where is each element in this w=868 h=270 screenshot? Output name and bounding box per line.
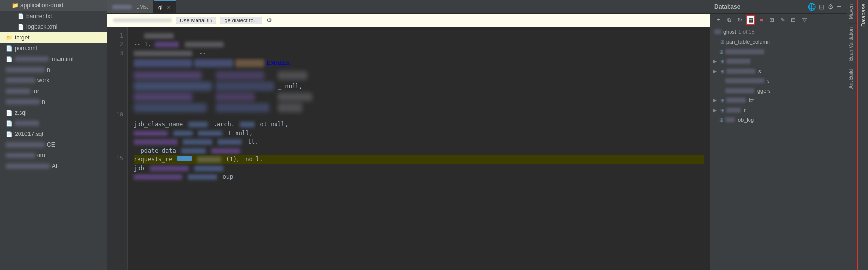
db-host-info: ghost 1 of 18 (710, 26, 847, 37)
collapse-button[interactable]: ⊟ (789, 15, 798, 25)
blurred-tab-label (112, 5, 132, 9)
sidebar-item-banner[interactable]: 📄 banner.txt (0, 11, 107, 21)
blurred-label (6, 164, 50, 169)
code-line-1: -- (134, 31, 704, 40)
far-right-database-tab[interactable]: Database (857, 0, 868, 270)
minimize-icon[interactable]: − (837, 2, 841, 11)
table-icon: ⊞ (720, 39, 724, 45)
blurred-label (6, 99, 40, 104)
sidebar-item-n[interactable]: n (0, 64, 107, 75)
panel-toolbar: + ⧉ ↻ ▦ ■ ⊞ ✎ ⊟ ▽ (710, 14, 847, 26)
tab-ms[interactable]: ...Ms. (107, 0, 154, 13)
code-line-3: -- (134, 49, 704, 58)
table-icon: ⊞ (719, 49, 723, 55)
code-line-16: oup (134, 173, 704, 181)
add-button[interactable]: + (713, 15, 723, 25)
panel-header: Database 🌐 ⊟ ⚙ − (710, 0, 847, 14)
stop-button[interactable]: ■ (756, 15, 766, 25)
far-right-label: Database (859, 0, 867, 31)
sidebar-item-n2[interactable]: n (0, 96, 107, 107)
db-item-ob-log[interactable]: ⊞ ob_log (710, 115, 847, 125)
file-icon: 📄 (6, 120, 13, 127)
vtab-maven[interactable]: Maven (847, 0, 858, 23)
use-mariadb-button[interactable]: Use MariaDB (176, 17, 216, 24)
gear-icon[interactable]: ⚙ (828, 3, 834, 11)
database-panel: Database 🌐 ⊟ ⚙ − + ⧉ ↻ ▦ ■ ⊞ ✎ ⊟ ▽ ghost… (710, 0, 847, 270)
folder-icon: 📁 (6, 35, 13, 41)
code-editor-scroll: 1 2 3 10 15 -- -- (107, 27, 710, 270)
sidebar-item-main-iml[interactable]: 📄 main.iml (0, 54, 107, 64)
db-item-qp[interactable]: ⊞ (710, 47, 847, 57)
blurred-label (6, 67, 45, 72)
db-item-gri[interactable]: ▶ ⊞ s (710, 66, 847, 76)
code-line-13: __pdate_data (134, 146, 704, 155)
table-icon: ⊞ (720, 69, 724, 74)
db-tree: ⊞ pan_table_column ⊞ ▶ ⊞ ▶ ⊞ s s gge (710, 37, 847, 270)
line-numbers: 1 2 3 10 15 (107, 27, 128, 270)
sidebar-item-201017[interactable]: 📄 201017.sql (0, 129, 107, 139)
vertical-tabs: Maven Bean Validation Ant Build (847, 0, 857, 270)
sidebar-item-zsql[interactable]: 📄 z.sql (0, 107, 107, 118)
panel-title: Database (714, 3, 806, 10)
table-icon: ⊞ (720, 98, 724, 103)
refresh-button[interactable]: ↻ (735, 15, 745, 25)
sidebar-item-af[interactable]: AF (0, 161, 107, 172)
copy-button[interactable]: ⧉ (724, 15, 734, 25)
code-line-11: t null, (134, 129, 704, 137)
code-line-2: -- 1. (134, 40, 704, 49)
sidebar-item-ce[interactable]: CE (0, 139, 107, 150)
blurred-label (6, 89, 30, 94)
db-item-r[interactable]: ▶ ⊞ r (710, 105, 847, 115)
sidebar-item-pu[interactable]: 📄 (0, 118, 107, 129)
file-tree: 📁 application-druid 📄 banner.txt 📄 logba… (0, 0, 107, 270)
expand-button[interactable]: ⊞ (767, 15, 777, 25)
tab-close-button[interactable]: ✕ (167, 5, 171, 10)
db-item-pan-table-column[interactable]: ⊞ pan_table_column (710, 37, 847, 47)
filter-button[interactable]: ▽ (799, 15, 809, 25)
file-icon: 📄 (6, 131, 13, 137)
code-line-10: job_class_name .arch. ot null, (134, 120, 704, 129)
file-icon: 📄 (18, 13, 24, 19)
vtab-bean-validation[interactable]: Bean Validation (847, 23, 858, 65)
sidebar-item-tor[interactable]: tor (0, 86, 107, 96)
editor-area: ...Ms. ql ✕ Use MariaDB ge dialect to...… (107, 0, 710, 270)
code-line-15: job (134, 164, 704, 173)
table-view-button[interactable]: ▦ (746, 15, 755, 25)
file-icon: 📄 (6, 45, 13, 52)
folder-icon: 📁 (12, 2, 19, 9)
sidebar-item-pom[interactable]: 📄 pom.xml (0, 43, 107, 54)
sidebar-item-om[interactable]: om (0, 150, 107, 161)
table-icon: ⊞ (720, 108, 724, 113)
file-icon: 📄 (6, 56, 13, 62)
blurred-label (6, 142, 45, 147)
settings-gear-icon[interactable]: ⚙ (266, 17, 272, 24)
db-item-qrt[interactable]: ▶ ⊞ (710, 57, 847, 66)
code-line-14: requests_re (1), no l. (134, 155, 704, 164)
tab-bar: ...Ms. ql ✕ (107, 0, 710, 14)
sql-block-2: _ null, (134, 69, 704, 118)
sidebar-item-work[interactable]: work (0, 75, 107, 86)
edit-button[interactable]: ✎ (778, 15, 788, 25)
sidebar-item-application-druid[interactable]: 📁 application-druid (0, 0, 107, 11)
code-line-12: ll. (134, 137, 704, 146)
vtab-ant-build[interactable]: Ant Build (847, 65, 858, 93)
blurred-label (15, 121, 39, 126)
file-icon: 📄 (6, 110, 13, 116)
db-item-ict[interactable]: ▶ ⊞ ict (710, 96, 847, 105)
code-content[interactable]: -- -- 1. -- EMAILS. (128, 27, 710, 270)
dialect-button[interactable]: ge dialect to... (220, 17, 262, 24)
split-icon[interactable]: ⊟ (819, 3, 825, 11)
blurred-label (6, 153, 35, 158)
sidebar-item-logback[interactable]: 📄 logback.xml (0, 21, 107, 32)
blurred-label (6, 78, 35, 83)
table-icon: ⊞ (719, 117, 723, 123)
notification-bar: Use MariaDB ge dialect to... ⚙ (107, 14, 710, 27)
globe-icon[interactable]: 🌐 (808, 3, 816, 11)
db-item-ggers[interactable]: ggers (710, 86, 847, 96)
file-icon: 📄 (18, 24, 24, 30)
sql-block-1: EMAILS. (134, 59, 704, 67)
sidebar-item-target[interactable]: 📁 target (0, 32, 107, 43)
tab-ql[interactable]: ql ✕ (154, 0, 176, 13)
db-item-s[interactable]: s (710, 76, 847, 86)
blurred-label (15, 57, 49, 61)
